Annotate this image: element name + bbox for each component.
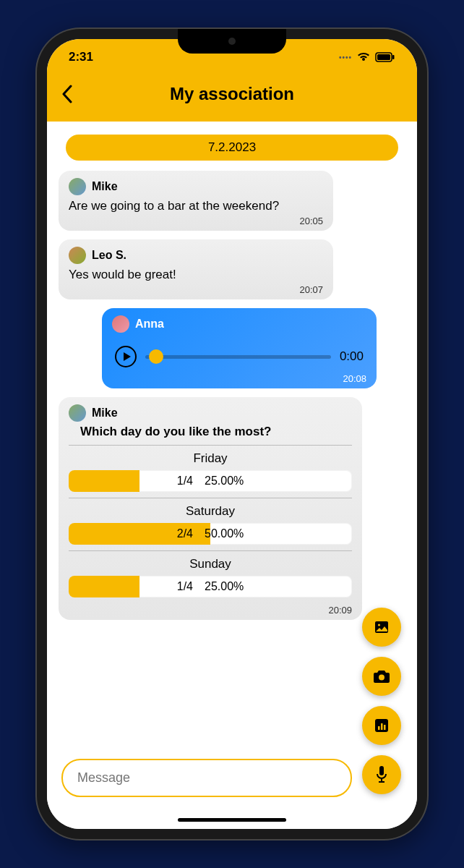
svg-rect-9 xyxy=(384,725,386,730)
poll-percent: 25.00% xyxy=(205,475,244,488)
poll-option-label: Saturday xyxy=(69,504,352,519)
image-button[interactable] xyxy=(362,608,401,647)
svg-rect-10 xyxy=(379,766,384,775)
status-icons: •••• xyxy=(339,52,395,62)
fab-column xyxy=(362,608,401,794)
audio-duration: 0:00 xyxy=(340,349,364,364)
message-text: Are we going to a bar at the weekend? xyxy=(69,198,323,214)
mic-icon xyxy=(374,765,389,784)
phone-frame: 2:31 •••• My association 7.2.2023 Mike A… xyxy=(37,29,427,839)
poll-option[interactable]: Saturday 2/4 50.00% xyxy=(69,498,352,550)
poll-option-label: Friday xyxy=(69,451,352,466)
svg-rect-8 xyxy=(381,723,383,730)
bar-chart-icon xyxy=(374,718,390,733)
poll-option[interactable]: Friday 1/4 25.00% xyxy=(69,445,352,498)
poll-count: 1/4 xyxy=(177,475,193,488)
play-button[interactable] xyxy=(115,346,137,367)
poll-bar: 2/4 50.00% xyxy=(69,523,352,545)
battery-icon xyxy=(375,52,395,62)
message-bubble: Mike Are we going to a bar at the weeken… xyxy=(59,171,333,231)
svg-point-5 xyxy=(379,675,384,681)
avatar[interactable] xyxy=(112,315,129,333)
page-title: My association xyxy=(61,84,403,104)
sender-name: Mike xyxy=(92,407,118,420)
audio-slider[interactable] xyxy=(145,355,331,359)
dots-icon: •••• xyxy=(339,54,352,61)
sender-name: Mike xyxy=(92,180,118,193)
sender-name: Leo S. xyxy=(92,249,126,262)
poll-bar: 1/4 25.00% xyxy=(69,470,352,492)
message-time: 20:08 xyxy=(112,373,366,384)
poll-option[interactable]: Sunday 1/4 25.00% xyxy=(69,550,352,603)
notch xyxy=(178,29,286,54)
message-time: 20:05 xyxy=(69,216,323,226)
status-time: 2:31 xyxy=(69,50,93,64)
screen: 2:31 •••• My association 7.2.2023 Mike A… xyxy=(47,39,417,829)
poll-fill xyxy=(69,576,139,597)
mic-button[interactable] xyxy=(362,755,401,794)
message-time: 20:07 xyxy=(69,284,323,295)
date-separator: 7.2.2023 xyxy=(66,135,398,161)
avatar[interactable] xyxy=(69,247,86,264)
image-icon xyxy=(373,618,390,636)
message-time: 20:09 xyxy=(69,605,352,616)
poll-button[interactable] xyxy=(362,706,401,745)
audio-slider-thumb[interactable] xyxy=(149,349,163,364)
svg-rect-2 xyxy=(392,55,395,59)
poll-option-label: Sunday xyxy=(69,557,352,571)
back-button[interactable] xyxy=(61,85,73,103)
message-bubble: Leo S. Yes would be great! 20:07 xyxy=(59,239,333,299)
audio-message-bubble: Anna 0:00 20:08 xyxy=(102,308,377,388)
poll-question: Which day do you like the most? xyxy=(80,425,352,439)
poll-bubble: Mike Which day do you like the most? Fri… xyxy=(59,397,362,620)
message-text: Yes would be great! xyxy=(69,267,323,283)
poll-percent: 50.00% xyxy=(205,527,244,540)
poll-count: 2/4 xyxy=(177,527,193,540)
svg-rect-1 xyxy=(377,54,390,60)
poll-count: 1/4 xyxy=(177,580,193,593)
chevron-left-icon xyxy=(61,85,73,103)
camera-icon xyxy=(372,668,391,685)
sender-name: Anna xyxy=(135,318,164,331)
avatar[interactable] xyxy=(69,404,86,422)
poll-fill xyxy=(69,470,139,492)
header: My association xyxy=(47,75,417,122)
svg-point-4 xyxy=(378,624,380,626)
wifi-icon xyxy=(356,52,371,62)
poll-bar: 1/4 25.00% xyxy=(69,576,352,597)
home-indicator[interactable] xyxy=(178,818,286,822)
poll-percent: 25.00% xyxy=(205,580,244,593)
message-input[interactable] xyxy=(61,759,352,797)
svg-rect-7 xyxy=(378,726,380,730)
camera-button[interactable] xyxy=(362,657,401,696)
avatar[interactable] xyxy=(69,178,86,195)
